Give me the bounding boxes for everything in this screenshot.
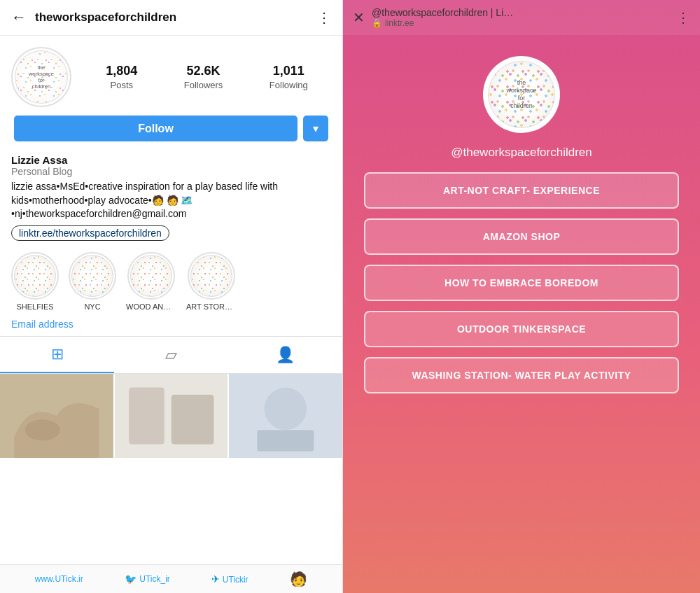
highlight-label: ART STORAGE ON B	[186, 302, 237, 311]
svg-rect-3	[129, 387, 164, 444]
followers-label: Followers	[184, 80, 223, 90]
linktr-panel: ✕ @theworkspaceforchildren | Li… 🔒 linkt…	[343, 0, 700, 593]
lock-icon: 🔒	[372, 18, 382, 28]
highlight-item[interactable]: NYC	[69, 252, 116, 311]
top-bar: ← theworkspaceforchildren ⋮	[0, 0, 342, 36]
tab-row: ⊞ ▱ 👤	[0, 336, 342, 374]
right-avatar-text: the workspace for children	[506, 79, 536, 109]
highlight-circle	[11, 252, 59, 300]
link-button-0[interactable]: ART-NOT CRAFT- EXPERIENCE	[364, 172, 679, 209]
right-page-subtitle: 🔒 linktr.ee	[372, 18, 676, 28]
right-page-title: @theworkspaceforchildren | Li…	[372, 7, 676, 18]
follow-row: Follow ▾	[11, 116, 331, 141]
reels-icon: ▱	[165, 346, 177, 364]
footer-telegram-handle[interactable]: UTickir	[223, 575, 248, 585]
grid-post-2[interactable]	[115, 374, 228, 458]
right-content: the workspace for children @theworkspace…	[343, 35, 700, 593]
avatar[interactable]: the workspace for children	[11, 47, 71, 107]
footer-website[interactable]: www.UTick.ir	[35, 574, 83, 584]
highlights-section: SHELFIES NYC WOOD AND ... ART STORAGE ON…	[0, 244, 342, 315]
posts-grid	[0, 374, 342, 564]
tagged-icon: 👤	[276, 346, 295, 364]
highlight-circle	[188, 252, 235, 300]
instagram-profile-panel: ← theworkspaceforchildren ⋮ the workspac…	[0, 0, 343, 593]
highlight-label: WOOD AND ...	[126, 302, 176, 311]
highlight-circle	[69, 252, 116, 300]
footer-telegram: ✈ UTickir	[211, 573, 248, 585]
right-page-url: linktr.ee	[385, 18, 414, 28]
following-label: Following	[270, 80, 308, 90]
bio-category: Personal Blog	[11, 166, 331, 177]
highlight-item[interactable]: ART STORAGE ON B	[186, 252, 237, 311]
profile-top: the workspace for children 1,804 Posts 5…	[11, 47, 331, 107]
tab-tagged[interactable]: 👤	[228, 337, 342, 373]
follow-button[interactable]: Follow	[14, 116, 298, 141]
telegram-icon: ✈	[211, 573, 220, 585]
highlight-item[interactable]: WOOD AND ...	[126, 252, 176, 311]
highlight-circle	[127, 252, 175, 300]
highlight-item[interactable]: SHELFIES	[11, 252, 59, 311]
svg-rect-4	[171, 394, 214, 444]
followers-count: 52.6K	[184, 64, 223, 78]
tab-grid[interactable]: ⊞	[0, 337, 114, 373]
right-more-icon[interactable]: ⋮	[676, 9, 690, 26]
back-icon[interactable]: ←	[11, 8, 27, 27]
footer-twitter: 🐦 UTick_ir	[125, 573, 170, 585]
followers-stat[interactable]: 52.6K Followers	[184, 64, 223, 91]
bio-section: Lizzie Assa Personal Blog lizzie assa•Ms…	[0, 147, 342, 244]
right-title-block: @theworkspaceforchildren | Li… 🔒 linktr.…	[372, 7, 676, 28]
bio-link[interactable]: linktr.ee/theworkspaceforchildren	[11, 225, 169, 241]
link-button-2[interactable]: HOW TO EMBRACE BOREDOM	[364, 265, 679, 301]
posts-label: Posts	[111, 80, 134, 90]
following-count: 1,011	[270, 64, 308, 78]
highlight-label: NYC	[84, 302, 100, 311]
link-button-3[interactable]: OUTDOOR TINKERSPACE	[364, 311, 679, 347]
profile-section: the workspace for children 1,804 Posts 5…	[0, 36, 342, 147]
posts-stat[interactable]: 1,804 Posts	[106, 64, 137, 91]
right-avatar: the workspace for children	[483, 56, 560, 133]
avatar-inner: the workspace for children	[15, 50, 68, 104]
right-avatar-inner: the workspace for children	[488, 61, 555, 128]
follow-dropdown-button[interactable]: ▾	[303, 116, 328, 141]
grid-icon: ⊞	[51, 345, 64, 363]
email-contact-button[interactable]: Email address	[11, 319, 74, 330]
grid-post-1[interactable]	[0, 374, 113, 458]
contact-row: Email address	[0, 315, 342, 336]
more-options-icon[interactable]: ⋮	[317, 9, 331, 26]
right-top-bar: ✕ @theworkspaceforchildren | Li… 🔒 linkt…	[343, 0, 700, 35]
link-buttons: ART-NOT CRAFT- EXPERIENCE AMAZON SHOP HO…	[364, 172, 679, 393]
close-icon[interactable]: ✕	[353, 9, 365, 26]
profile-username: theworkspaceforchildren	[35, 11, 317, 25]
footer-avatar-icon: 🧑	[290, 571, 307, 587]
svg-rect-7	[258, 430, 314, 451]
footer-twitter-handle[interactable]: UTick_ir	[139, 574, 170, 584]
svg-point-6	[265, 387, 307, 430]
highlight-label: SHELFIES	[16, 302, 53, 311]
bio-name: Lizzie Assa	[11, 154, 331, 166]
tab-reels[interactable]: ▱	[114, 337, 228, 373]
right-username: @theworkspaceforchildren	[451, 146, 592, 160]
stats-row: 1,804 Posts 52.6K Followers 1,011 Follow…	[83, 64, 331, 91]
link-button-4[interactable]: WASHING STATION- WATER PLAY ACTIVITY	[364, 357, 679, 393]
following-stat[interactable]: 1,011 Following	[270, 64, 308, 91]
link-button-1[interactable]: AMAZON SHOP	[364, 218, 679, 255]
grid-post-3[interactable]	[229, 374, 342, 458]
twitter-icon: 🐦	[125, 573, 136, 585]
bio-text: lizzie assa•MsEd•creative inspiration fo…	[11, 180, 331, 221]
posts-count: 1,804	[106, 64, 137, 78]
footer-bar: www.UTick.ir 🐦 UTick_ir ✈ UTickir 🧑	[0, 564, 342, 593]
